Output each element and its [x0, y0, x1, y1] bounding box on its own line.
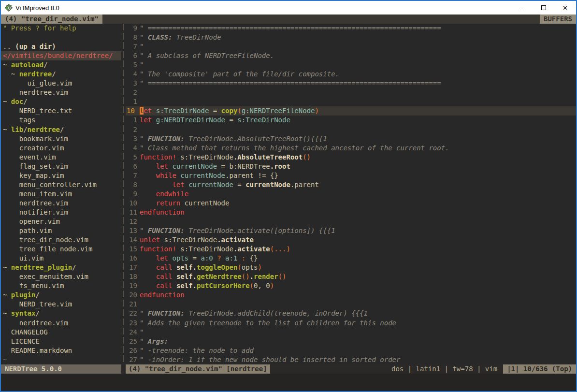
- tree-row[interactable]: ui_glue.vim: [3, 79, 121, 88]
- tree-row[interactable]: NERD_tree.txt: [3, 106, 121, 116]
- tree-row[interactable]: tree_dir_node.vim: [3, 235, 121, 245]
- line-number: 17: [126, 263, 140, 272]
- code-line[interactable]: 2: [126, 88, 576, 97]
- code-line[interactable]: 1let g:NERDTreeDirNode = s:TreeDirNode: [126, 116, 576, 125]
- code-line[interactable]: 12: [126, 217, 576, 226]
- maximize-button[interactable]: [533, 1, 554, 15]
- tree-row[interactable]: NERD_tree.vim: [3, 300, 121, 309]
- code-line[interactable]: 25" Args:: [126, 337, 576, 346]
- line-text: function! s:TreeDirNode.AbsoluteTreeRoot…: [140, 153, 576, 162]
- tree-row[interactable]: menu_item.vim: [3, 189, 121, 199]
- code-line[interactable]: 20endfunction: [126, 290, 576, 300]
- line-number: 9: [126, 24, 140, 33]
- line-text: let g:NERDTreeDirNode = s:TreeDirNode: [140, 116, 576, 125]
- tree-root-row[interactable]: </vimfiles/bundle/nerdtree/: [1, 51, 121, 60]
- tree-row[interactable]: ~ nerdtree_plugin/: [3, 263, 121, 272]
- line-text: unlet s:TreeDirNode.activate: [140, 235, 576, 245]
- window-separator[interactable]: [121, 24, 126, 364]
- tree-row[interactable]: key_map.vim: [3, 171, 121, 180]
- close-button[interactable]: ✕: [554, 1, 576, 15]
- line-number: 8: [126, 180, 140, 189]
- tab-tree-dir-node[interactable]: (4) "tree_dir_node.vim": [1, 15, 102, 24]
- code-line[interactable]: 9" =====================================…: [126, 24, 576, 33]
- code-line[interactable]: 10 return currentNode: [126, 199, 576, 208]
- code-line-current[interactable]: 10let s:TreeDirNode = copy(g:NERDTreeFil…: [126, 106, 576, 116]
- tree-row[interactable]: opener.vim: [3, 217, 121, 226]
- code-line[interactable]: 17 call self.toggleOpen(opts): [126, 263, 576, 272]
- line-number: 3: [126, 134, 140, 144]
- code-line[interactable]: 5": [126, 60, 576, 70]
- minimize-button[interactable]: [511, 1, 533, 15]
- code-line[interactable]: 9 endwhile: [126, 189, 576, 199]
- tree-row[interactable]: flag_set.vim: [3, 162, 121, 171]
- tree-row[interactable]: creator.vim: [3, 144, 121, 153]
- code-line[interactable]: 26" -treenode: the node to add: [126, 346, 576, 355]
- code-line[interactable]: 5function! s:TreeDirNode.AbsoluteTreeRoo…: [126, 153, 576, 162]
- tree-row[interactable]: tags: [3, 116, 121, 125]
- code-line[interactable]: 16 let opts = a:0 ? a:1 : {}: [126, 254, 576, 263]
- line-text: function! s:TreeDirNode.activate(...): [140, 245, 576, 254]
- code-pane[interactable]: 9" =====================================…: [126, 24, 576, 364]
- command-line[interactable]: [1, 374, 576, 391]
- code-line[interactable]: 19 call self.putCursorHere(0, 0): [126, 281, 576, 290]
- code-line[interactable]: 2: [126, 125, 576, 134]
- line-number: 3: [126, 79, 140, 88]
- tree-row[interactable]: event.vim: [3, 153, 121, 162]
- tree-row[interactable]: ~ doc/: [3, 97, 121, 106]
- code-line[interactable]: 23" Adds the given treenode to the list …: [126, 319, 576, 328]
- line-number: 7: [126, 171, 140, 180]
- statusline-file-info: dos | latin1 | tw=78 | vim: [391, 364, 503, 374]
- tree-row[interactable]: LICENCE: [3, 337, 121, 346]
- code-line[interactable]: 15function! s:TreeDirNode.activate(...): [126, 245, 576, 254]
- code-line[interactable]: 4" Class method that returns the highest…: [126, 144, 576, 153]
- code-line[interactable]: 27" -inOrder: 1 if the new node should b…: [126, 355, 576, 364]
- code-line[interactable]: 3" FUNCTION: TreeDirNode.AbsoluteTreeRoo…: [126, 134, 576, 144]
- tree-row[interactable]: nerdtree.vim: [3, 199, 121, 208]
- code-line[interactable]: 8" CLASS: TreeDirNode: [126, 33, 576, 42]
- tree-row[interactable]: menu_controller.vim: [3, 180, 121, 189]
- line-number: 20: [126, 290, 140, 300]
- tree-row[interactable]: nerdtree.vim: [3, 319, 121, 328]
- tree-row[interactable]: bookmark.vim: [3, 134, 121, 144]
- line-text: [140, 300, 576, 309]
- nerdtree-panel[interactable]: " Press ? for help.. (up a dir)</vimfile…: [1, 24, 121, 364]
- tree-row[interactable]: notifier.vim: [3, 208, 121, 217]
- code-line[interactable]: 6 let currentNode = b:NERDTree.root: [126, 162, 576, 171]
- code-line[interactable]: 8 let currentNode = currentNode.parent: [126, 180, 576, 189]
- tree-row[interactable]: ~ autoload/: [3, 60, 121, 70]
- code-line[interactable]: 22" FUNCTION: TreeDirNode.addChild(treen…: [126, 309, 576, 318]
- tree-row[interactable]: fs_menu.vim: [3, 281, 121, 290]
- line-text: [140, 97, 576, 106]
- tree-row[interactable]: .. (up a dir): [3, 42, 121, 51]
- tree-row[interactable]: CHANGELOG: [3, 328, 121, 337]
- line-number: 11: [126, 208, 140, 217]
- tree-row[interactable]: ~ syntax/: [3, 309, 121, 318]
- tree-row[interactable]: exec_menuitem.vim: [3, 272, 121, 281]
- tree-row[interactable]: " Press ? for help: [3, 24, 121, 33]
- line-number: 22: [126, 309, 140, 318]
- line-text: endfunction: [140, 290, 576, 300]
- line-text: [140, 217, 576, 226]
- code-line[interactable]: 13" FUNCTION: TreeDirNode.activate([opti…: [126, 226, 576, 235]
- code-line[interactable]: 6" A subclass of NERDTreeFileNode.: [126, 51, 576, 60]
- code-line[interactable]: 21: [126, 300, 576, 309]
- tree-row[interactable]: ~ nerdtree/: [3, 70, 121, 79]
- tree-row[interactable]: ~ lib/nerdtree/: [3, 125, 121, 134]
- code-line[interactable]: 14unlet s:TreeDirNode.activate: [126, 235, 576, 245]
- tree-row[interactable]: README.markdown: [3, 346, 121, 355]
- tree-row[interactable]: ~ plugin/: [3, 290, 121, 300]
- tree-row[interactable]: nerdtree.vim: [3, 88, 121, 97]
- tree-row[interactable]: path.vim: [3, 226, 121, 235]
- code-line[interactable]: 1: [126, 97, 576, 106]
- tree-row[interactable]: tree_file_node.vim: [3, 245, 121, 254]
- code-line[interactable]: 11endfunction: [126, 208, 576, 217]
- tree-row[interactable]: ~: [3, 355, 121, 364]
- code-line[interactable]: 18 call self.getNerdtree().render(): [126, 272, 576, 281]
- code-line[interactable]: 7": [126, 42, 576, 51]
- code-line[interactable]: 24": [126, 328, 576, 337]
- code-line[interactable]: 4" The 'composite' part of the file/dir …: [126, 70, 576, 79]
- tree-row[interactable]: ui.vim: [3, 254, 121, 263]
- tree-row[interactable]: [3, 33, 121, 42]
- code-line[interactable]: 7 while currentNode.parent != {}: [126, 171, 576, 180]
- code-line[interactable]: 3" =====================================…: [126, 79, 576, 88]
